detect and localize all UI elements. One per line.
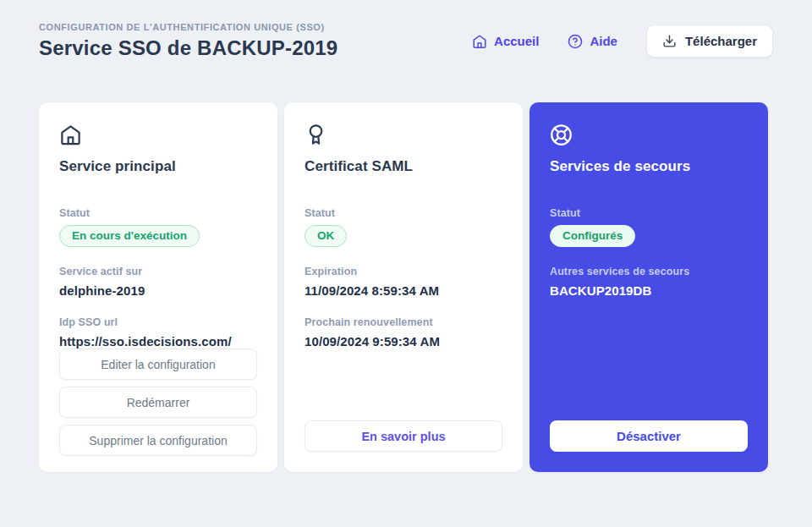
page-title: Service SSO de BACKUP-2019 [39, 36, 337, 60]
card-title: Service principal [59, 158, 257, 175]
status-field: Statut En cours d'exécution [59, 207, 257, 247]
status-label: Statut [304, 207, 502, 219]
download-button[interactable]: Télécharger [646, 25, 773, 58]
card-title: Services de secours [550, 158, 748, 175]
field-label: Idp SSO url [59, 316, 257, 328]
header-title-block: CONFIGURATION DE L'AUTHENTIFICATION UNIQ… [39, 22, 337, 60]
field-value: https://sso.isdecisions.com/ [59, 334, 257, 349]
help-link[interactable]: Aide [568, 34, 617, 49]
backup-services-field: Autres services de secours BACKUP2019DB [550, 266, 748, 298]
page-header: CONFIGURATION DE L'AUTHENTIFICATION UNIQ… [39, 22, 773, 60]
status-label: Statut [59, 207, 257, 219]
download-icon [662, 34, 677, 48]
card-actions: Désactiver [550, 420, 748, 452]
field-label: Prochain renouvellement [304, 316, 502, 328]
status-badge: OK [304, 225, 347, 247]
status-badge: En cours d'exécution [59, 225, 200, 247]
status-label: Statut [550, 207, 748, 219]
restart-button[interactable]: Redémarrer [59, 387, 257, 418]
life-buoy-icon [550, 124, 748, 146]
home-icon [472, 34, 487, 49]
card-actions: Editer la configuration Redémarrer Suppr… [59, 349, 257, 456]
field-label: Service actif sur [59, 266, 257, 277]
card-services-de-secours: Services de secours Statut Configurés Au… [529, 102, 768, 472]
field-value: 10/09/2024 9:59:34 AM [304, 334, 502, 349]
learn-more-button[interactable]: En savoir plus [304, 420, 502, 452]
status-field: Statut Configurés [550, 207, 748, 247]
delete-configuration-button[interactable]: Supprimer la configuration [59, 425, 257, 456]
cards-row: Service principal Statut En cours d'exéc… [39, 102, 773, 472]
card-certificat-saml: Certificat SAML Statut OK Expiration 11/… [284, 102, 523, 472]
field-label: Autres services de secours [550, 266, 748, 277]
deactivate-button[interactable]: Désactiver [550, 420, 748, 452]
home-link-label: Accueil [494, 34, 539, 48]
page-eyebrow: CONFIGURATION DE L'AUTHENTIFICATION UNIQ… [39, 22, 337, 32]
help-circle-icon [568, 34, 583, 49]
card-actions: En savoir plus [304, 420, 502, 452]
header-actions: Accueil Aide Télécharger [472, 25, 773, 58]
field-label: Expiration [304, 266, 502, 277]
service-host-field: Service actif sur delphine-2019 [59, 266, 257, 298]
download-button-label: Télécharger [685, 34, 757, 48]
field-value: delphine-2019 [59, 283, 257, 298]
award-icon [304, 124, 502, 146]
idp-url-field: Idp SSO url https://sso.isdecisions.com/ [59, 316, 257, 349]
status-field: Statut OK [304, 207, 502, 247]
home-link[interactable]: Accueil [472, 34, 539, 49]
edit-configuration-button[interactable]: Editer la configuration [59, 349, 257, 380]
renewal-field: Prochain renouvellement 10/09/2024 9:59:… [304, 316, 502, 349]
field-value: 11/09/2024 8:59:34 AM [304, 283, 502, 298]
field-value: BACKUP2019DB [550, 283, 748, 298]
card-title: Certificat SAML [304, 158, 502, 175]
expiration-field: Expiration 11/09/2024 8:59:34 AM [304, 266, 502, 298]
help-link-label: Aide [590, 34, 617, 48]
card-service-principal: Service principal Statut En cours d'exéc… [39, 102, 277, 472]
status-badge: Configurés [550, 225, 635, 247]
page: CONFIGURATION DE L'AUTHENTIFICATION UNIQ… [0, 0, 812, 472]
home-icon [59, 124, 257, 146]
